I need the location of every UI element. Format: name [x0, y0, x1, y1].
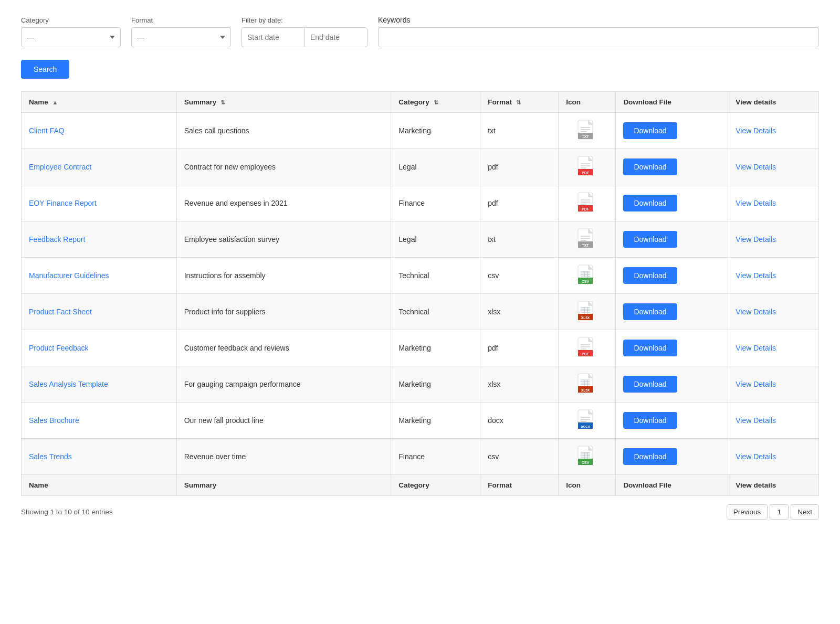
date-filter-group: Filter by date: — [242, 16, 368, 47]
previous-button[interactable]: Previous — [727, 504, 768, 520]
next-button[interactable]: Next — [791, 504, 819, 520]
start-date-input[interactable] — [242, 27, 304, 47]
cell-category: Marketing — [391, 403, 480, 439]
document-name-link[interactable]: Sales Brochure — [29, 416, 79, 425]
col-name: Name ▲ — [22, 92, 177, 113]
file-icon-container: PDF — [566, 336, 608, 359]
download-button[interactable]: Download — [623, 448, 677, 465]
footer-col-summary: Summary — [176, 475, 391, 496]
download-button[interactable]: Download — [623, 195, 677, 211]
cell-icon: CSV — [559, 439, 616, 475]
cell-download: Download — [616, 149, 728, 185]
view-details-link[interactable]: View Details — [736, 344, 776, 352]
category-select[interactable]: — — [21, 27, 121, 47]
cell-view: View Details — [728, 149, 819, 185]
download-button[interactable]: Download — [623, 303, 677, 320]
cell-download: Download — [616, 294, 728, 330]
document-name-link[interactable]: Product Feedback — [29, 344, 89, 352]
cell-name: Sales Brochure — [22, 403, 177, 439]
footer-col-download: Download File — [616, 475, 728, 496]
download-button[interactable]: Download — [623, 267, 677, 284]
cell-format: pdf — [480, 149, 559, 185]
cell-format: pdf — [480, 330, 559, 366]
cell-icon: TXT — [559, 113, 616, 149]
view-details-link[interactable]: View Details — [736, 452, 776, 461]
document-name-link[interactable]: Employee Contract — [29, 163, 91, 171]
document-name-link[interactable]: Sales Trends — [29, 452, 72, 461]
cell-summary: Contract for new employees — [176, 149, 391, 185]
cell-format: csv — [480, 439, 559, 475]
document-name-link[interactable]: Client FAQ — [29, 126, 65, 135]
svg-text:PDF: PDF — [582, 207, 590, 211]
file-icon-container: PDF — [566, 155, 608, 178]
cell-format: txt — [480, 113, 559, 149]
format-sort-icon[interactable]: ⇅ — [516, 99, 521, 106]
svg-text:CSV: CSV — [582, 461, 590, 464]
cell-name: Client FAQ — [22, 113, 177, 149]
col-format: Format ⇅ — [480, 92, 559, 113]
download-button[interactable]: Download — [623, 340, 677, 356]
document-name-link[interactable]: Product Fact Sheet — [29, 308, 92, 316]
cell-name: Employee Contract — [22, 149, 177, 185]
document-name-link[interactable]: Feedback Report — [29, 235, 85, 244]
document-name-link[interactable]: EOY Finance Report — [29, 199, 97, 207]
cell-summary: Revenue and expenses in 2021 — [176, 185, 391, 221]
cell-name: EOY Finance Report — [22, 185, 177, 221]
cell-download: Download — [616, 113, 728, 149]
cell-category: Technical — [391, 258, 480, 294]
view-details-link[interactable]: View Details — [736, 271, 776, 280]
col-view: View details — [728, 92, 819, 113]
cell-view: View Details — [728, 439, 819, 475]
svg-text:XL5X: XL5X — [581, 388, 590, 392]
table-row: Sales Analysis Template For gauging camp… — [22, 366, 819, 403]
keywords-filter-group: Keywords — [378, 16, 819, 47]
cell-icon: CSV — [559, 258, 616, 294]
view-details-link[interactable]: View Details — [736, 235, 776, 244]
view-details-link[interactable]: View Details — [736, 126, 776, 135]
download-button[interactable]: Download — [623, 412, 677, 429]
cell-view: View Details — [728, 185, 819, 221]
table-row: Client FAQ Sales call questions Marketin… — [22, 113, 819, 149]
cell-category: Legal — [391, 221, 480, 258]
table-footer: Name Summary Category Format Icon Downlo… — [22, 475, 819, 496]
cell-name: Sales Analysis Template — [22, 366, 177, 403]
svg-text:XL5X: XL5X — [581, 316, 590, 320]
cell-view: View Details — [728, 366, 819, 403]
view-details-link[interactable]: View Details — [736, 416, 776, 425]
download-button[interactable]: Download — [623, 122, 677, 139]
view-details-link[interactable]: View Details — [736, 308, 776, 316]
pagination-controls: Previous 1 Next — [727, 504, 819, 520]
view-details-link[interactable]: View Details — [736, 199, 776, 207]
category-sort-icon[interactable]: ⇅ — [434, 99, 438, 106]
format-label: Format — [131, 16, 231, 24]
cell-download: Download — [616, 185, 728, 221]
document-name-link[interactable]: Sales Analysis Template — [29, 380, 108, 388]
table-row: Product Feedback Customer feedback and r… — [22, 330, 819, 366]
view-details-link[interactable]: View Details — [736, 163, 776, 171]
download-button[interactable]: Download — [623, 158, 677, 175]
summary-sort-icon[interactable]: ⇅ — [220, 99, 225, 106]
header-row: Name ▲ Summary ⇅ Category ⇅ Format ⇅ Ico… — [22, 92, 819, 113]
name-sort-icon[interactable]: ▲ — [52, 99, 58, 105]
table-row: Product Fact Sheet Product info for supp… — [22, 294, 819, 330]
cell-format: docx — [480, 403, 559, 439]
cell-format: txt — [480, 221, 559, 258]
cell-category: Legal — [391, 149, 480, 185]
document-name-link[interactable]: Manufacturer Guidelines — [29, 271, 109, 280]
download-button[interactable]: Download — [623, 231, 677, 248]
pagination-info: Showing 1 to 10 of 10 entries — [21, 508, 113, 516]
footer-col-category: Category — [391, 475, 480, 496]
cell-name: Manufacturer Guidelines — [22, 258, 177, 294]
cell-name: Product Feedback — [22, 330, 177, 366]
cell-icon: TXT — [559, 221, 616, 258]
end-date-input[interactable] — [304, 27, 368, 47]
keywords-input[interactable] — [378, 27, 819, 47]
download-button[interactable]: Download — [623, 376, 677, 393]
cell-name: Product Fact Sheet — [22, 294, 177, 330]
view-details-link[interactable]: View Details — [736, 380, 776, 388]
format-select[interactable]: — — [131, 27, 231, 47]
table-row: Sales Trends Revenue over time Finance c… — [22, 439, 819, 475]
cell-icon: PDF — [559, 149, 616, 185]
search-button[interactable]: Search — [21, 60, 69, 79]
table-row: Sales Brochure Our new fall product line… — [22, 403, 819, 439]
